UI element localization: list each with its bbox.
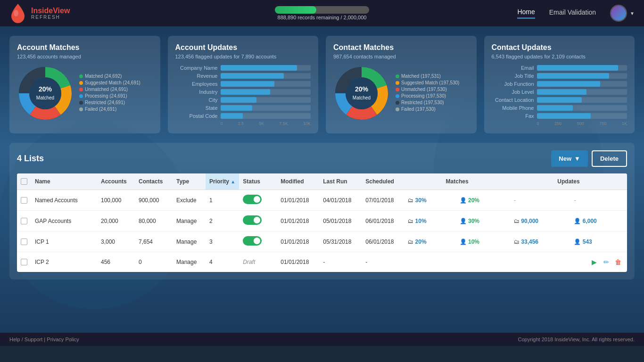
th-contacts[interactable]: Contacts <box>135 173 173 190</box>
progress-text: 888,890 records remaining / 2,000,000 <box>275 15 369 20</box>
bar-row: Revenue <box>175 73 311 79</box>
th-name[interactable]: Name <box>31 173 97 190</box>
progress-area: 888,890 records remaining / 2,000,000 <box>275 6 369 20</box>
cards-row: Account Matches 123,456 accounts managed <box>9 36 635 133</box>
row-checkbox[interactable] <box>21 259 27 265</box>
bar-row: Mobile Phone <box>492 105 627 111</box>
scheduled-date: - <box>362 252 404 272</box>
last-run-date: 04/01/2018 <box>319 190 362 211</box>
list-type: Manage <box>173 211 206 231</box>
modified-date: 01/01/2018 <box>277 252 319 272</box>
chevron-down-icon: ▼ <box>630 11 635 16</box>
edit-button[interactable]: ✏ <box>601 257 611 267</box>
status-toggle[interactable] <box>243 236 262 246</box>
th-modified[interactable]: Modified <box>277 173 319 190</box>
accounts-count: 456 <box>97 252 135 272</box>
accounts-count: 100,000 <box>97 190 135 211</box>
match-acct: 🗂 10% <box>404 211 455 231</box>
last-run-date: 05/01/2018 <box>319 211 362 231</box>
account-matches-donut: 20% Matched <box>17 65 74 122</box>
match-contact: 👤 10% <box>456 231 510 252</box>
legend-item: Restricted (197,530) <box>396 100 459 105</box>
row-checkbox-cell <box>17 231 31 252</box>
list-name: GAP Accounts <box>31 211 97 231</box>
bar-row: Company Name <box>175 65 311 71</box>
th-status[interactable]: Status <box>239 173 277 190</box>
button-row: New ▼ Delete <box>551 150 627 167</box>
th-priority[interactable]: Priority ▲ <box>206 173 239 190</box>
bar-row: Contact Location <box>492 97 627 103</box>
match-contact: 👤 20% <box>456 190 510 211</box>
row-checkbox[interactable] <box>21 239 27 245</box>
delete-button[interactable]: Delete <box>592 150 627 167</box>
table-body: Named Accounts 100,000 900,000 Exclude 1… <box>17 190 627 272</box>
update-acct: 🗂 90,000 <box>510 211 570 231</box>
select-all-checkbox[interactable] <box>21 178 27 185</box>
bar-row: State <box>175 105 311 111</box>
match-acct: 🗂 30% <box>404 190 455 211</box>
table-row: GAP Accounts 20,000 80,000 Manage 2 01/0… <box>17 211 627 231</box>
status-toggle[interactable] <box>243 195 262 204</box>
priority-cell: 4 <box>206 252 239 272</box>
th-accounts[interactable]: Accounts <box>97 173 135 190</box>
delete-row-button[interactable]: 🗑 <box>613 257 623 267</box>
footer-left: Help / Support | Privacy Policy <box>9 337 79 342</box>
update-contact: - <box>570 190 627 211</box>
nav-email-validation[interactable]: Email Validation <box>549 8 596 18</box>
nav-home[interactable]: Home <box>517 8 535 19</box>
update-acct: 🗂 33,456 <box>510 231 570 252</box>
table-row: Named Accounts 100,000 900,000 Exclude 1… <box>17 190 627 211</box>
avatar-wrap[interactable]: ▼ <box>610 5 635 22</box>
priority-cell: 1 <box>206 190 239 211</box>
th-last-run[interactable]: Last Run <box>319 173 362 190</box>
contact-updates-card: Contact Updates 6,543 flagged updates fo… <box>484 36 635 133</box>
contact-matches-title: Contact Matches <box>333 43 469 52</box>
row-checkbox-cell <box>17 252 31 272</box>
avatar <box>610 5 627 22</box>
account-matches-title: Account Matches <box>17 43 153 52</box>
account-updates-axis: 02.55K7.5K10K <box>175 121 311 126</box>
account-updates-card: Account Updates 123,456 flagged updates … <box>168 36 319 133</box>
th-scheduled[interactable]: Scheduled <box>362 173 404 190</box>
account-matches-legend: Matched (24,692)Suggested Match (24,691)… <box>79 74 140 113</box>
accounts-count: 20,000 <box>97 211 135 231</box>
legend-item: Unmatched (24,691) <box>79 87 140 92</box>
match-acct: 🗂 20% <box>404 231 455 252</box>
row-checkbox[interactable] <box>21 218 27 224</box>
legend-item: Processing (197,530) <box>396 93 459 99</box>
th-type[interactable]: Type <box>173 173 206 190</box>
table-header: Name Accounts Contacts Type Priority ▲ S… <box>17 173 627 190</box>
main-content: Account Matches 123,456 accounts managed <box>0 26 644 333</box>
row-checkbox[interactable] <box>21 197 27 204</box>
contact-matches-content: 20% Matched Matched (197,531)Suggested M… <box>333 65 469 122</box>
new-button-label: New <box>559 155 571 162</box>
accounts-count: 3,000 <box>97 231 135 252</box>
contacts-count: 0 <box>135 252 173 272</box>
action-cell: ▶ ✏ 🗑 <box>404 252 627 272</box>
bar-row: City <box>175 97 311 103</box>
last-run-date: 05/31/2018 <box>319 231 362 252</box>
avatar-image <box>611 6 626 21</box>
th-matches: Matches <box>404 173 510 190</box>
modified-date: 01/01/2018 <box>277 231 319 252</box>
new-button[interactable]: New ▼ <box>551 150 588 167</box>
status-cell <box>239 211 277 231</box>
play-button[interactable]: ▶ <box>589 257 599 267</box>
bar-row: Employees <box>175 81 311 87</box>
update-contact: 👤 6,000 <box>570 211 627 231</box>
status-cell: Draft <box>239 252 277 272</box>
modified-date: 01/01/2018 <box>277 190 319 211</box>
account-matches-donut-label: 20% Matched <box>36 85 54 101</box>
account-matches-subtitle: 123,456 accounts managed <box>17 54 153 59</box>
bar-row: Postal Code <box>175 113 311 119</box>
account-matches-content: 20% Matched Matched (24,692)Suggested Ma… <box>17 65 153 122</box>
scheduled-date: 06/01/2018 <box>362 231 404 252</box>
list-type: Manage <box>173 252 206 272</box>
chevron-down-icon: ▼ <box>574 155 580 162</box>
list-type: Manage <box>173 231 206 252</box>
th-updates: Updates <box>510 173 627 190</box>
status-toggle[interactable] <box>243 215 262 225</box>
footer: Help / Support | Privacy Policy Copyrigh… <box>0 333 644 346</box>
table-row: ICP 2 456 0 Manage 4 Draft 01/01/2018 - … <box>17 252 627 272</box>
legend-item: Suggested Match (24,691) <box>79 80 140 85</box>
